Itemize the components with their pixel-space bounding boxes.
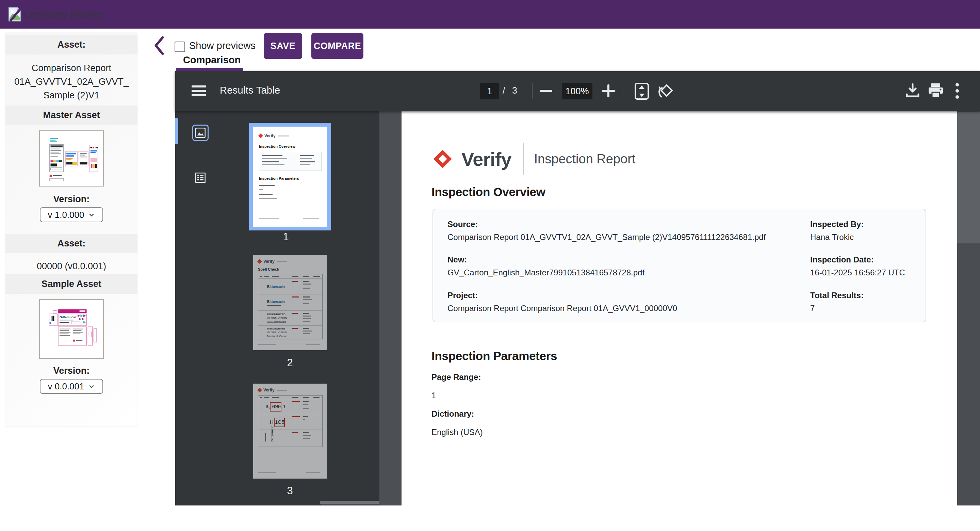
chevron-down-icon (88, 211, 95, 218)
download-icon[interactable] (905, 83, 920, 98)
pdf-viewer-body: Verify Inspection Overview Inspection Pa… (175, 111, 980, 505)
mini-overview-box (259, 152, 321, 171)
rail-vertical-scrollbar[interactable] (379, 111, 401, 505)
verify-diamond-icon (431, 148, 454, 170)
asset-name: Comparison Report 01A_GVVTV1_02A_GVVT_Sa… (11, 61, 131, 102)
pdf-toolbar: Results Table 1 / 3 100% (175, 71, 980, 111)
page-number-input[interactable]: 1 (480, 83, 499, 99)
sample-asset-header: Sample Asset (5, 274, 137, 294)
master-asset-preview-art (41, 133, 102, 184)
asset-header: Asset: (5, 35, 137, 54)
scrollbar-thumb[interactable] (957, 112, 980, 243)
thumbnail-rail: Verify Inspection Overview Inspection Pa… (175, 111, 379, 505)
mini-overview-heading: Inspection Overview (259, 144, 295, 148)
chevron-down-icon (88, 383, 95, 390)
menu-icon[interactable] (192, 84, 206, 98)
mini-subtitle-bar (278, 136, 289, 137)
thumbnail-dim-overlay (253, 384, 327, 478)
document-vertical-scrollbar[interactable] (957, 111, 980, 505)
toolbar-divider (532, 83, 533, 99)
zoom-out-icon[interactable] (540, 89, 552, 93)
list-icon (195, 172, 205, 183)
master-asset-header: Master Asset (5, 105, 137, 125)
broken-image-icon (8, 6, 22, 22)
tab-active-indicator (176, 68, 243, 71)
show-previews-checkbox[interactable] (175, 41, 185, 52)
sample-thumb-word: Bittamucin (60, 315, 76, 319)
asset2-name: 00000 (v0.0.001) (11, 259, 131, 273)
screen: Company Banner Asset: Comparison Report … (0, 0, 980, 531)
company-banner: Company Banner (0, 0, 980, 29)
master-version-label: Version: (53, 194, 90, 204)
master-version-value: v 1.0.000 (48, 210, 84, 220)
document-page: Verify Inspection Report Inspection Over… (401, 111, 957, 505)
asset2-header: Asset: (5, 234, 137, 253)
page-total: 3 (512, 85, 517, 96)
back-button[interactable] (153, 35, 166, 56)
master-asset-thumbnail (39, 130, 104, 187)
sample-version-select[interactable]: v 0.0.001 (40, 379, 103, 394)
pdf-viewer: Results Table 1 / 3 100% (175, 71, 980, 505)
field-inspected-by: Inspected By: Hana Trokic (810, 220, 864, 242)
tab-comparison[interactable]: Comparison (183, 54, 240, 66)
brand-name: Verify (461, 148, 511, 170)
master-version-select[interactable]: v 1.0.000 (40, 207, 103, 222)
report-logo: Verify Inspection Report (431, 140, 635, 178)
page-range-label: Page Range: (431, 372, 481, 382)
dictionary-label: Dictionary: (431, 409, 474, 419)
thumbnails-view-button[interactable] (192, 124, 208, 141)
page-thumbnail-3-label: 3 (253, 485, 327, 497)
zoom-in-icon[interactable] (602, 85, 615, 97)
asset-sidebar: Asset: Comparison Report 01A_GVVTV1_02A_… (5, 32, 137, 426)
sample-asset-preview-art: Bittamucin (41, 301, 102, 357)
sample-asset-thumbnail: Bittamucin (39, 299, 104, 359)
report-type: Inspection Report (534, 152, 636, 166)
field-source: Source: Comparison Report 01A_GVVTV1_02A… (447, 220, 765, 242)
thumbnail-dim-overlay (253, 255, 327, 350)
page-thumbnail-2-label: 2 (253, 357, 327, 369)
mini-brand: Verify (264, 134, 275, 138)
chevron-left-icon (153, 35, 166, 56)
field-new: New: GV_Carton_English_Master79910513841… (447, 255, 644, 277)
field-project: Project: Comparison Report Comparison Re… (447, 291, 677, 313)
outline-view-button[interactable] (192, 169, 208, 186)
mini-parameters-heading: Inspection Parameters (259, 176, 299, 180)
dictionary-value: English (USA) (431, 427, 483, 437)
page-thumbnail-1-label: 1 (249, 231, 323, 243)
brand-divider (523, 143, 524, 175)
parameters-heading: Inspection Parameters (431, 349, 557, 363)
active-panel-indicator (175, 118, 178, 144)
banner-alt-text: Company Banner (23, 8, 102, 20)
overview-box: Source: Comparison Report 01A_GVVTV1_02A… (433, 209, 926, 322)
zoom-level[interactable]: 100% (562, 83, 592, 99)
page-range-value: 1 (431, 391, 436, 400)
image-icon (195, 128, 205, 138)
rail-horizontal-scrollbar[interactable] (320, 501, 379, 504)
print-icon[interactable] (928, 83, 943, 98)
sample-version-label: Version: (53, 365, 90, 376)
show-previews-label[interactable]: Show previews (189, 40, 256, 51)
mini-logo: Verify (259, 134, 289, 138)
page-thumbnail-3[interactable]: Verify a, H9H 1 H 1C5 (253, 384, 327, 478)
compare-button[interactable]: COMPARE (311, 33, 363, 59)
overview-heading: Inspection Overview (431, 185, 546, 199)
fit-to-page-icon[interactable] (634, 83, 649, 100)
sample-version-value: v 0.0.001 (48, 381, 84, 392)
toolbar-divider (622, 83, 622, 99)
pdf-title: Results Table (220, 85, 280, 96)
field-inspection-date: Inspection Date: 16-01-2025 16:56:27 UTC (810, 255, 905, 277)
rotate-icon[interactable] (657, 82, 675, 100)
page-thumbnail-1[interactable]: Verify Inspection Overview Inspection Pa… (249, 123, 331, 230)
mini-logo-diamond (258, 134, 263, 138)
page-thumbnail-2[interactable]: Verify Spell Check Bittamucin Bittamucin (253, 255, 327, 350)
field-total-results: Total Results: 7 (810, 291, 864, 313)
more-options-icon[interactable] (955, 83, 959, 99)
page-divider: / (503, 85, 505, 96)
save-button[interactable]: SAVE (264, 33, 302, 59)
